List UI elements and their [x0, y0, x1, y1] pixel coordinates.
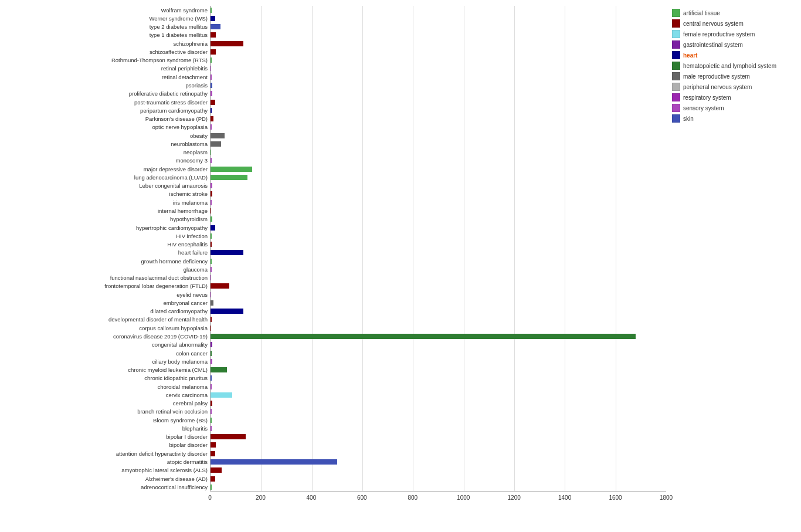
- bar: [211, 351, 212, 356]
- row-label: Parkinson's disease (PD): [16, 116, 210, 122]
- bar-track: [210, 198, 666, 206]
- row-label: colon cancer: [16, 350, 210, 357]
- legend-label: artificial tissue: [683, 10, 720, 16]
- bar-row: adrenocortical insufficiency: [16, 483, 666, 491]
- x-tick: 1200: [508, 494, 521, 501]
- bar-track: [210, 274, 666, 282]
- bar-track: [210, 282, 666, 290]
- bar-track: [210, 65, 666, 73]
- bar-track: [210, 215, 666, 223]
- legend-item: respiratory system: [672, 93, 789, 101]
- row-label: atopic dermatitis: [16, 459, 210, 465]
- bar-track: [210, 114, 666, 123]
- bar-track: [210, 131, 666, 140]
- bar-track: [210, 290, 666, 299]
- row-label: bipolar I disorder: [16, 433, 210, 440]
- bar-row: glaucoma: [16, 265, 666, 273]
- bar-track: [210, 408, 666, 416]
- bar-row: retinal detachment: [16, 73, 666, 81]
- legend-label: sensory system: [683, 105, 724, 111]
- x-tick: 200: [256, 494, 266, 501]
- legend-item: artificial tissue: [672, 9, 789, 17]
- legend: artificial tissuecentral nervous systemf…: [666, 6, 795, 509]
- row-label: neuroblastoma: [16, 141, 210, 147]
- plot-area: Wolfram syndromeWerner syndrome (WS)type…: [16, 6, 666, 509]
- row-label: Werner syndrome (WS): [16, 15, 210, 22]
- bar-track: [210, 81, 666, 89]
- bar-row: eyelid nevus: [16, 290, 666, 299]
- bar-row: obesity: [16, 131, 666, 140]
- bar-track: [210, 39, 666, 48]
- bar: [211, 418, 212, 423]
- row-label: blepharitis: [16, 425, 210, 432]
- bar: [211, 183, 212, 188]
- bar-row: post-traumatic stress disorder: [16, 98, 666, 106]
- bar-row: monosomy 3: [16, 157, 666, 165]
- legend-label: male reproductive system: [683, 73, 750, 80]
- bar-track: [210, 399, 666, 407]
- bar-row: chronic myeloid leukemia (CML): [16, 365, 666, 374]
- bar-row: HIV encephalitis: [16, 240, 666, 248]
- row-label: schizoaffective disorder: [16, 49, 210, 55]
- bar-row: schizoaffective disorder: [16, 48, 666, 56]
- bar: [211, 24, 220, 29]
- row-label: major depressive disorder: [16, 166, 210, 172]
- bar-track: [210, 140, 666, 148]
- bar-track: [210, 357, 666, 365]
- row-label: congenital abnormality: [16, 341, 210, 348]
- bar-row: embryonal cancer: [16, 299, 666, 307]
- legend-color: [672, 114, 680, 123]
- legend-label: hematopoietic and lymphoid system: [683, 63, 776, 69]
- row-label: cervix carcinoma: [16, 392, 210, 398]
- bar: [211, 91, 212, 96]
- bar-row: optic nerve hypoplasia: [16, 123, 666, 131]
- row-label: schizophrenia: [16, 40, 210, 47]
- bar-row: attention deficit hyperactivity disorder: [16, 449, 666, 458]
- bar-track: [210, 182, 666, 190]
- bar-track: [210, 223, 666, 232]
- bar-row: corpus callosum hypoplasia: [16, 324, 666, 332]
- bar-row: hypothyroidism: [16, 215, 666, 223]
- bar-track: [210, 6, 666, 14]
- bar: [211, 392, 232, 398]
- bar: [211, 476, 215, 482]
- bar-row: coronavirus disease 2019 (COVID-19): [16, 332, 666, 340]
- legend-color: [672, 51, 680, 59]
- row-label: embryonal cancer: [16, 300, 210, 306]
- row-label: HIV encephalitis: [16, 241, 210, 248]
- bar-track: [210, 324, 666, 332]
- legend-label: respiratory system: [683, 94, 731, 101]
- bar: [211, 208, 211, 214]
- legend-item: peripheral nervous system: [672, 83, 789, 91]
- bar-row: bipolar I disorder: [16, 433, 666, 441]
- x-tick: 600: [357, 494, 367, 501]
- y-axis-label: [6, 12, 16, 509]
- bar-row: Bloom syndrome (BS): [16, 416, 666, 424]
- bar-track: [210, 31, 666, 39]
- legend-item: male reproductive system: [672, 72, 789, 80]
- row-label: Leber congenital amaurosis: [16, 182, 210, 189]
- bar-row: bipolar disorder: [16, 441, 666, 449]
- row-label: cerebral palsy: [16, 400, 210, 406]
- legend-color: [672, 40, 680, 49]
- bar-track: [210, 299, 666, 307]
- bars-section: Wolfram syndromeWerner syndrome (WS)type…: [16, 6, 666, 491]
- row-label: choroidal melanoma: [16, 384, 210, 390]
- bar-track: [210, 48, 666, 56]
- bar: [211, 175, 247, 180]
- bar: [211, 426, 212, 431]
- bar-track: [210, 173, 666, 181]
- bar-row: congenital abnormality: [16, 341, 666, 349]
- row-label: iris melanoma: [16, 199, 210, 206]
- row-label: obesity: [16, 133, 210, 139]
- bar-row: choroidal melanoma: [16, 382, 666, 391]
- bar-track: [210, 458, 666, 466]
- bar: [211, 233, 212, 239]
- row-label: functional nasolacrimal duct obstruction: [16, 275, 210, 281]
- bar: [211, 275, 211, 280]
- row-label: HIV infection: [16, 233, 210, 239]
- row-label: corpus callosum hypoplasia: [16, 325, 210, 331]
- bar-track: [210, 391, 666, 399]
- legend-label: female reproductive system: [683, 31, 755, 38]
- bar-row: cervix carcinoma: [16, 391, 666, 399]
